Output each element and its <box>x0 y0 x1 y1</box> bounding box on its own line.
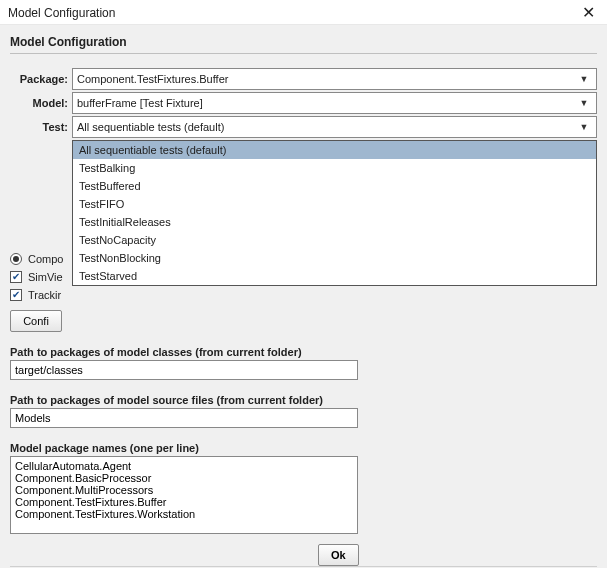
simview-label: SimVie <box>28 271 63 283</box>
config-button[interactable]: Confi <box>10 310 62 332</box>
test-option[interactable]: TestInitialReleases <box>73 213 596 231</box>
sources-path-label: Path to packages of model source files (… <box>10 394 597 406</box>
test-option[interactable]: TestBalking <box>73 159 596 177</box>
test-option[interactable]: TestNonBlocking <box>73 249 596 267</box>
compo-label: Compo <box>28 253 63 265</box>
model-label: Model: <box>10 97 72 109</box>
window-title: Model Configuration <box>8 6 115 20</box>
ok-row: Ok <box>318 544 597 566</box>
close-icon[interactable]: ✕ <box>578 6 599 20</box>
test-label: Test: <box>10 121 72 133</box>
config-button-row: Confi <box>10 310 72 332</box>
test-option[interactable]: TestBuffered <box>73 177 596 195</box>
chevron-down-icon[interactable]: ▼ <box>576 95 592 111</box>
package-value: Component.TestFixtures.Buffer <box>77 73 228 85</box>
test-combo[interactable]: All sequentiable tests (default) ▼ <box>72 116 597 138</box>
test-option[interactable]: TestStarved <box>73 267 596 285</box>
compo-radio-row[interactable]: Compo <box>10 250 72 268</box>
test-option[interactable]: TestNoCapacity <box>73 231 596 249</box>
checkbox-icon[interactable]: ✔ <box>10 271 22 283</box>
test-dropdown[interactable]: All sequentiable tests (default) TestBal… <box>72 140 597 286</box>
tracking-label: Trackir <box>28 289 61 301</box>
options-group: Compo ✔ SimVie ✔ Trackir Confi <box>10 250 72 332</box>
form-area: Package: Component.TestFixtures.Buffer ▼… <box>10 68 597 566</box>
sources-path-input[interactable] <box>10 408 358 428</box>
package-combo[interactable]: Component.TestFixtures.Buffer ▼ <box>72 68 597 90</box>
model-value: bufferFrame [Test Fixture] <box>77 97 203 109</box>
titlebar: Model Configuration ✕ <box>0 0 607 25</box>
chevron-down-icon[interactable]: ▼ <box>576 71 592 87</box>
chevron-down-icon[interactable]: ▼ <box>576 119 592 135</box>
package-names-label: Model package names (one per line) <box>10 442 597 454</box>
radio-icon[interactable] <box>10 253 22 265</box>
classes-path-label: Path to packages of model classes (from … <box>10 346 597 358</box>
classes-path-input[interactable] <box>10 360 358 380</box>
model-row: Model: bufferFrame [Test Fixture] ▼ <box>10 92 597 114</box>
package-row: Package: Component.TestFixtures.Buffer ▼ <box>10 68 597 90</box>
package-label: Package: <box>10 73 72 85</box>
test-value: All sequentiable tests (default) <box>77 121 224 133</box>
dialog-subtitle: Model Configuration <box>10 31 597 54</box>
ok-button[interactable]: Ok <box>318 544 359 566</box>
dialog-content: Model Configuration Package: Component.T… <box>0 25 607 565</box>
test-option[interactable]: TestFIFO <box>73 195 596 213</box>
simview-check-row[interactable]: ✔ SimVie <box>10 268 72 286</box>
model-combo[interactable]: bufferFrame [Test Fixture] ▼ <box>72 92 597 114</box>
test-option[interactable]: All sequentiable tests (default) <box>73 141 596 159</box>
package-names-textarea[interactable] <box>10 456 358 534</box>
tracking-check-row[interactable]: ✔ Trackir <box>10 286 72 304</box>
test-row: Test: All sequentiable tests (default) ▼ <box>10 116 597 138</box>
checkbox-icon[interactable]: ✔ <box>10 289 22 301</box>
